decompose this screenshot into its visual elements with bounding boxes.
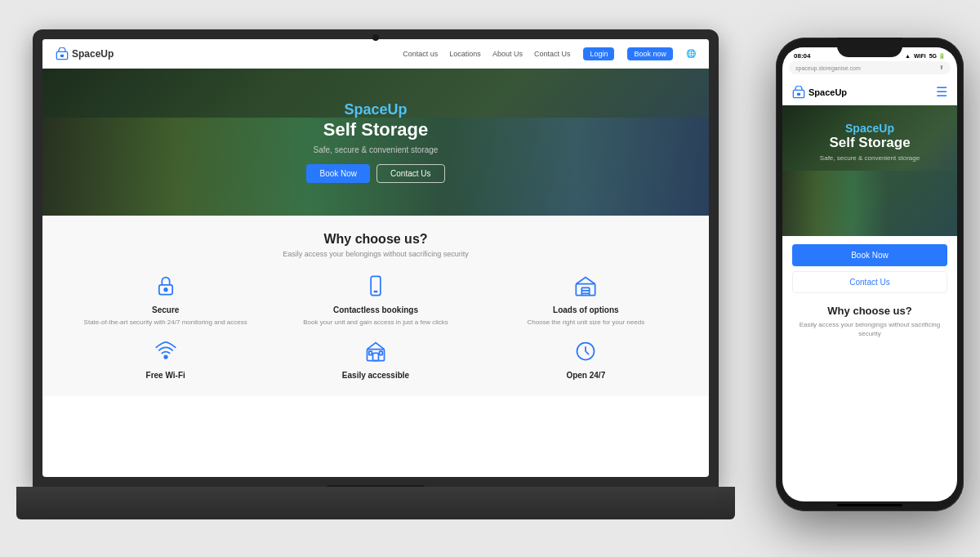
hero-book-now-button[interactable]: Book Now xyxy=(306,164,370,183)
svg-rect-1 xyxy=(60,54,64,56)
laptop-device: SpaceUp Contact us Locations About Us Co… xyxy=(16,13,735,519)
svg-rect-14 xyxy=(372,354,378,361)
features-title: Why choose us? xyxy=(67,232,684,247)
share-icon[interactable]: ⬆ xyxy=(939,65,944,71)
laptop-webcam xyxy=(372,34,379,41)
feature-accessible-label: Easily accessible xyxy=(277,371,474,380)
phone-device: 08:04 ▲ WiFi 5G 🔋 spaceup.storeganise.co… xyxy=(776,38,964,511)
phone-why-subtitle: Easily access your belongings without sa… xyxy=(792,320,947,338)
book-now-button[interactable]: Book now xyxy=(627,47,673,60)
phone-logo-text: SpaceUp xyxy=(808,87,847,97)
hero-title-main: Self Storage xyxy=(306,119,444,140)
feature-secure: Secure State-of-the-art security with 24… xyxy=(67,274,264,327)
phone-logo-icon xyxy=(792,86,805,99)
language-icon[interactable]: 🌐 xyxy=(686,49,696,58)
feature-secure-label: Secure xyxy=(67,305,264,314)
browser-url: spaceup.storeganise.com xyxy=(795,65,861,71)
phone-hero-main-title: Self Storage xyxy=(782,135,957,151)
phone-hero-brand-title: SpaceUp xyxy=(782,122,957,135)
phone-hero-section: SpaceUp Self Storage Safe, secure & conv… xyxy=(782,105,957,236)
svg-rect-19 xyxy=(797,92,800,95)
feature-contactless-label: Contactless bookings xyxy=(277,305,474,314)
phone-logo: SpaceUp xyxy=(792,86,847,99)
feature-accessible: Easily accessible xyxy=(277,340,474,380)
features-section: Why choose us? Easily access your belong… xyxy=(42,216,709,396)
phone-icon xyxy=(277,274,474,301)
logo-icon xyxy=(56,47,69,60)
battery-icon: 5G 🔋 xyxy=(929,53,946,60)
lock-icon xyxy=(67,274,264,301)
phone-time: 08:04 xyxy=(794,52,810,60)
svg-rect-16 xyxy=(380,351,383,355)
feature-contactless: Contactless bookings Book your unit and … xyxy=(277,274,474,327)
phone-browser-bar: spaceup.storeganise.com ⬆ xyxy=(789,61,951,74)
feature-secure-desc: State-of-the-art security with 24/7 moni… xyxy=(67,318,264,327)
phone-hero-subtitle: Safe, secure & convenient storage xyxy=(782,154,957,162)
features-grid: Secure State-of-the-art security with 24… xyxy=(67,274,684,327)
features-subtitle: Easily access your belongings without sa… xyxy=(67,250,684,258)
nav-about-us[interactable]: About Us xyxy=(492,50,523,58)
phone-contact-us-button[interactable]: Contact Us xyxy=(792,271,947,293)
building-icon xyxy=(277,340,474,366)
phone-notch xyxy=(837,38,902,57)
nav-contact-us-2[interactable]: Contact Us xyxy=(534,50,571,58)
nav-locations[interactable]: Locations xyxy=(449,50,481,58)
hero-subtitle: Safe, secure & convenient storage xyxy=(306,145,444,154)
laptop-body: SpaceUp Contact us Locations About Us Co… xyxy=(33,29,719,487)
phone-navbar: SpaceUp ☰ xyxy=(782,79,957,105)
feature-options-desc: Choose the right unit size for your need… xyxy=(488,318,684,327)
nav-links: Contact us Locations About Us Contact Us xyxy=(403,50,570,58)
phone-why-section: Why choose us? Easily access your belong… xyxy=(782,293,957,338)
hero-section: SpaceUp Self Storage Safe, secure & conv… xyxy=(42,69,709,216)
phone-book-now-button[interactable]: Book Now xyxy=(792,244,947,266)
phone-building-illustration xyxy=(782,171,957,236)
site-navbar: SpaceUp Contact us Locations About Us Co… xyxy=(42,39,709,69)
hero-title-brand: SpaceUp xyxy=(306,101,444,119)
phone-hero-content: SpaceUp Self Storage Safe, secure & conv… xyxy=(782,105,957,162)
feature-options-label: Loads of options xyxy=(488,305,684,314)
hero-content: SpaceUp Self Storage Safe, secure & conv… xyxy=(306,101,444,183)
feature-247: Open 24/7 xyxy=(488,340,684,380)
laptop-screen: SpaceUp Contact us Locations About Us Co… xyxy=(42,39,709,477)
feature-wifi: Free Wi-Fi xyxy=(67,340,264,380)
wifi-status-icon: ▲ xyxy=(905,53,911,59)
feature-options: Loads of options Choose the right unit s… xyxy=(488,274,684,327)
phone-home-indicator xyxy=(837,504,902,506)
feature-contactless-desc: Book your unit and gain access in just a… xyxy=(277,318,474,327)
svg-rect-15 xyxy=(369,351,372,355)
phone-screen: 08:04 ▲ WiFi 5G 🔋 spaceup.storeganise.co… xyxy=(782,47,957,501)
garage-icon xyxy=(488,274,684,301)
site-logo: SpaceUp xyxy=(56,47,114,60)
feature-wifi-label: Free Wi-Fi xyxy=(67,371,264,380)
phone-status-icons: ▲ WiFi 5G 🔋 xyxy=(905,53,946,60)
logo-text: SpaceUp xyxy=(72,48,114,60)
phone-why-title: Why choose us? xyxy=(792,305,947,317)
scene: SpaceUp Contact us Locations About Us Co… xyxy=(16,13,964,544)
hamburger-menu-icon[interactable]: ☰ xyxy=(936,84,947,100)
hero-buttons: Book Now Contact Us xyxy=(306,164,444,183)
features-row2: Free Wi-Fi Easily accessible xyxy=(67,340,684,380)
login-button[interactable]: Login xyxy=(583,47,614,60)
svg-point-12 xyxy=(164,355,167,359)
hero-contact-us-button[interactable]: Contact Us xyxy=(376,164,444,183)
signal-icon: WiFi xyxy=(914,53,926,59)
clock-icon xyxy=(488,340,684,366)
nav-contact-us[interactable]: Contact us xyxy=(403,50,438,58)
svg-point-3 xyxy=(164,288,167,292)
feature-247-label: Open 24/7 xyxy=(488,371,684,380)
laptop-base xyxy=(16,487,735,519)
wifi-icon xyxy=(67,340,264,366)
